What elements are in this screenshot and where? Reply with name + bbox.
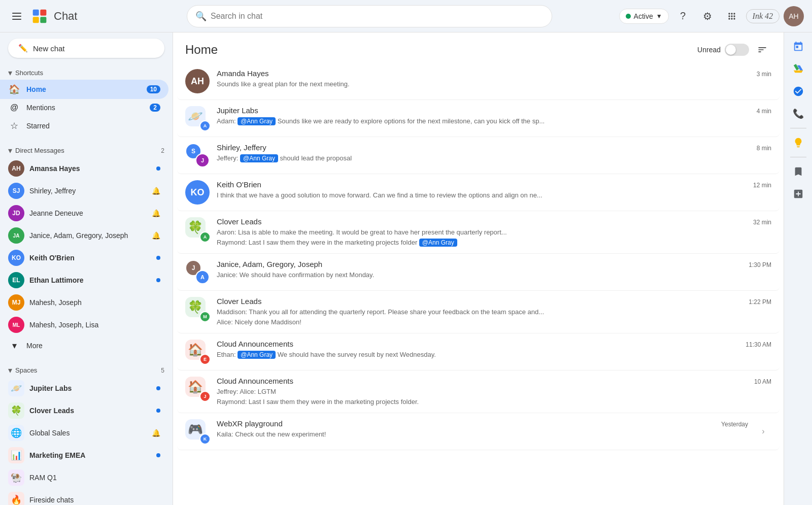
more-icon: ▾ <box>8 340 20 351</box>
dm-item-shirley-jeffrey[interactable]: SJ Shirley, Jeffrey 🔔 <box>0 180 168 202</box>
dm-bell-shirley: 🔔 <box>152 187 160 195</box>
tasks-icon[interactable] <box>788 81 808 102</box>
dm-badge: 2 <box>161 147 164 154</box>
chat-avatar-webxr: 🎮 K <box>185 419 210 444</box>
preview-prefix-jupiter: Adam: <box>217 117 238 125</box>
search-input[interactable] <box>211 12 544 21</box>
filter-icon[interactable] <box>753 41 771 59</box>
keep-icon[interactable] <box>788 132 808 153</box>
chat-item-cloud-2[interactable]: 🏠 J Cloud Announcements 10 AM Jeffrey: A… <box>177 371 780 413</box>
chat-preview-keith: I think that we have a good solution to … <box>217 190 771 200</box>
dm-item-jeanne[interactable]: JD Jeanne Deneuve 🔔 <box>0 202 168 224</box>
new-chat-icon: ✏️ <box>18 44 28 53</box>
status-pill[interactable]: Active ▼ <box>619 9 669 24</box>
dm-label-mahesh1: Mahesh, Joseph <box>29 298 160 307</box>
space-item-marketing[interactable]: 📊 Marketing EMEA <box>0 444 168 466</box>
space-avatar-marketing: 📊 <box>8 447 24 463</box>
chat-item-cloud-1[interactable]: 🏠 E Cloud Announcements 11:30 AM Ethan: … <box>177 333 780 371</box>
svg-rect-1 <box>40 9 46 15</box>
chat-item-amanda-hayes[interactable]: AH Amanda Hayes 3 min Sounds like a grea… <box>177 63 780 100</box>
chat-item-shirley-jeffery[interactable]: S J Shirley, Jeffery 8 min Jeffery: @Ann… <box>177 137 780 174</box>
toggle-knob <box>726 45 736 55</box>
spaces-section-header[interactable]: ▾ Spaces 5 <box>0 361 173 377</box>
chat-item-jupiter-labs[interactable]: 🪐 A Jupiter Labs 4 min Adam: @Ann Gray S… <box>177 100 780 137</box>
chat-header-amanda: Amanda Hayes 3 min <box>217 69 771 78</box>
search-bar[interactable]: 🔍 <box>187 5 552 27</box>
chat-time-cloud1: 11:30 AM <box>746 341 771 348</box>
chat-preview-clover2-line1: Maddison: Thank you all for attending th… <box>217 307 771 317</box>
app-title: Chat <box>54 10 77 23</box>
chevron-down-icon: ▼ <box>656 13 662 20</box>
space-item-fireside[interactable]: 🔥 Fireside chats <box>0 489 168 505</box>
dm-item-mahesh-joseph-lisa[interactable]: ML Mahesh, Joseph, Lisa <box>0 314 168 336</box>
main-layout: ✏️ New chat ▾ Shortcuts 🏠 Home 10 @ Ment… <box>0 32 812 505</box>
dm-item-ethan[interactable]: EL Ethan Lattimore <box>0 269 168 291</box>
apps-icon[interactable] <box>722 6 742 26</box>
drive-icon[interactable] <box>788 59 808 79</box>
space-unread-jupiter <box>156 386 160 390</box>
chat-item-clover-1[interactable]: 🍀 A Clover Leads 32 min Aaron: Lisa is a… <box>177 211 780 254</box>
svg-rect-3 <box>40 17 46 23</box>
chat-body-clover2: Clover Leads 1:22 PM Maddison: Thank you… <box>217 297 771 327</box>
home-icon: 🏠 <box>8 84 20 95</box>
search-icon: 🔍 <box>195 11 207 22</box>
chat-item-janice-group[interactable]: J A Janice, Adam, Gregory, Joseph 1:30 P… <box>177 254 780 291</box>
chat-item-keith[interactable]: KO Keith O'Brien 12 min I think that we … <box>177 174 780 211</box>
bookmark-icon[interactable] <box>788 161 808 182</box>
sidebar-item-starred[interactable]: ☆ Starred <box>0 116 168 136</box>
help-icon[interactable]: ? <box>673 6 693 26</box>
shortcuts-chevron-icon: ▾ <box>8 68 12 78</box>
space-item-jupiter-labs[interactable]: 🪐 Jupiter Labs <box>0 377 168 399</box>
dm-label-janice: Janice, Adam, Gregory, Joseph <box>29 231 147 240</box>
hamburger-icon[interactable] <box>8 9 25 24</box>
chat-avatar-jupiter: 🪐 A <box>185 106 210 130</box>
shortcuts-section-header[interactable]: ▾ Shortcuts <box>0 64 173 80</box>
user-chip[interactable]: Ink 42 <box>746 9 780 23</box>
chat-header-keith: Keith O'Brien 12 min <box>217 180 771 189</box>
chat-avatar-clover2: 🍀 M <box>185 297 210 321</box>
chat-preview-jupiter: Adam: @Ann Gray Sounds like we are ready… <box>217 116 771 126</box>
chat-time-keith: 12 min <box>753 182 771 189</box>
new-chat-button[interactable]: ✏️ New chat <box>8 39 164 58</box>
space-item-ram-q1[interactable]: 🐏 RAM Q1 <box>0 466 168 489</box>
chevron-right-webxr[interactable]: › <box>755 423 771 440</box>
chat-avatar-shirley: S J <box>185 143 210 167</box>
chat-time-shirley: 8 min <box>757 145 771 152</box>
spaces-chevron-icon: ▾ <box>8 365 12 375</box>
chat-body-janice: Janice, Adam, Gregory, Joseph 1:30 PM Ja… <box>217 260 771 280</box>
add-apps-icon[interactable] <box>788 184 808 204</box>
chat-avatar-clover1: 🍀 A <box>185 217 210 242</box>
dm-section-header[interactable]: ▾ Direct Messages 2 <box>0 142 173 157</box>
dm-more-item[interactable]: ▾ More <box>0 336 168 355</box>
preview-prefix-clover1: Raymond: Last I saw them they were in th… <box>217 239 419 246</box>
space-item-clover-leads[interactable]: 🍀 Clover Leads <box>0 399 168 422</box>
chat-name-jupiter: Jupiter Labs <box>217 106 258 115</box>
sidebar-item-mentions[interactable]: @ Mentions 2 <box>0 99 168 116</box>
chat-item-clover-2[interactable]: 🍀 M Clover Leads 1:22 PM Maddison: Thank… <box>177 291 780 333</box>
dm-item-janice-group[interactable]: JA Janice, Adam, Gregory, Joseph 🔔 <box>0 224 168 247</box>
preview-suffix-shirley: should lead the proposal <box>278 154 352 162</box>
dm-item-mahesh-joseph[interactable]: MJ Mahesh, Joseph <box>0 291 168 314</box>
dm-item-amansa-hayes[interactable]: AH Amansa Hayes <box>0 157 168 180</box>
right-divider-2 <box>790 157 806 157</box>
settings-icon[interactable]: ⚙ <box>697 6 718 26</box>
new-chat-label: New chat <box>33 44 65 53</box>
space-item-global-sales[interactable]: 🌐 Global Sales 🔔 <box>0 422 168 444</box>
chat-avatar-cloud1: 🏠 E <box>185 340 210 364</box>
topbar: Chat 🔍 Active ▼ ? ⚙ Ink 42 AH <box>0 0 812 32</box>
chat-time-clover1: 32 min <box>753 219 771 226</box>
user-avatar[interactable]: AH <box>784 6 804 26</box>
mention-tag-jupiter: @Ann Gray <box>238 117 276 125</box>
chat-item-webxr[interactable]: 🎮 K WebXR playground Yesterday Kaila: Ch… <box>177 413 780 450</box>
dm-item-keith[interactable]: KO Keith O'Brien <box>0 247 168 269</box>
calendar-icon[interactable] <box>788 37 808 57</box>
sidebar-item-home[interactable]: 🏠 Home 10 <box>0 80 168 99</box>
unread-toggle-switch[interactable] <box>725 44 749 56</box>
phone-icon[interactable]: 📞 <box>788 104 808 124</box>
chat-name-shirley: Shirley, Jeffery <box>217 143 266 152</box>
dm-label-jeanne: Jeanne Deneuve <box>29 209 147 217</box>
chat-list: AH Amanda Hayes 3 min Sounds like a grea… <box>173 63 784 505</box>
star-nav-icon: ☆ <box>8 120 20 131</box>
chat-body-cloud2: Cloud Announcements 10 AM Jeffrey: Alice… <box>217 377 771 407</box>
mention-tag-shirley: @Ann Gray <box>240 154 278 162</box>
